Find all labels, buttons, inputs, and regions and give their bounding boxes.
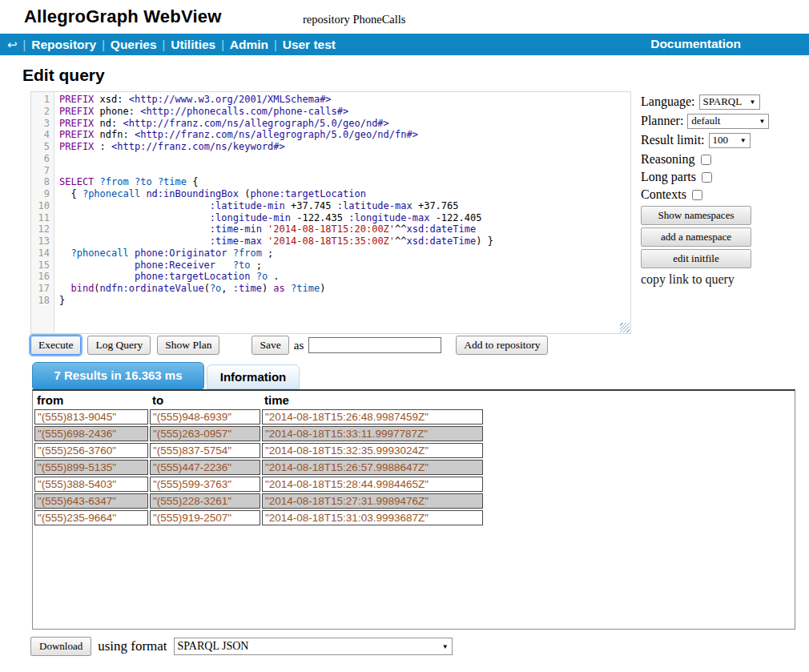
tab-results[interactable]: 7 Results in 16.363 ms: [32, 362, 204, 389]
nav-item-admin[interactable]: Admin: [230, 38, 268, 52]
download-button[interactable]: Download: [30, 637, 91, 656]
show-plan-button[interactable]: Show Plan: [157, 336, 219, 355]
code-line[interactable]: phone:targetLocation ?o .: [59, 271, 630, 283]
format-value: SPARQL JSON: [178, 640, 249, 653]
edit-initfile-button[interactable]: edit initfile: [641, 249, 751, 268]
query-options-panel: Language: SPARQL ▼ Planner: default ▼ Re…: [641, 93, 801, 287]
table-cell: "(555)813-9045": [34, 409, 148, 425]
table-cell: "(555)643-6347": [34, 493, 148, 509]
line-number: 8: [31, 176, 54, 188]
table-row[interactable]: "(555)235-9664""(555)919-2507""2014-08-1…: [34, 510, 483, 525]
nav-separator: |: [274, 38, 277, 51]
add-to-repository-button[interactable]: Add to repository: [456, 336, 548, 355]
nav-items: |Repository|Queries|Utilities|Admin|User…: [18, 38, 336, 52]
actions-row: Execute Log Query Show Plan Save as Add …: [30, 336, 548, 355]
results-body: "(555)813-9045""(555)948-6939""2014-08-1…: [34, 409, 483, 525]
code-line[interactable]: [59, 153, 630, 165]
reasoning-checkbox[interactable]: [701, 155, 711, 165]
resize-grip-icon[interactable]: [620, 323, 630, 332]
contexts-row: Contexts: [641, 186, 801, 203]
nav-item-queries[interactable]: Queries: [111, 38, 157, 52]
copy-link-to-query[interactable]: copy link to query: [641, 272, 801, 287]
result-limit-select[interactable]: 100 ▼: [709, 133, 751, 148]
table-cell: "(555)837-5754": [150, 443, 260, 458]
query-editor[interactable]: 123456789101112131415161718 PREFIX xsd: …: [30, 91, 631, 334]
long-parts-label: Long parts: [641, 170, 696, 184]
save-as-label: as: [294, 339, 304, 352]
table-cell: "(555)263-0957": [150, 426, 260, 441]
execute-button[interactable]: Execute: [30, 336, 81, 355]
code-line[interactable]: PREFIX : <http://franz.com/ns/keyword#>: [59, 141, 630, 153]
long-parts-checkbox[interactable]: [702, 172, 712, 183]
result-limit-value: 100: [713, 134, 729, 147]
code-line[interactable]: :time-min '2014-08-18T15:20:00Z'^^xsd:da…: [59, 223, 630, 235]
table-row[interactable]: "(555)256-3760""(555)837-5754""2014-08-1…: [34, 443, 483, 458]
table-row[interactable]: "(555)813-9045""(555)948-6939""2014-08-1…: [34, 409, 483, 425]
column-header-from[interactable]: from: [34, 392, 148, 408]
nav-item-repository[interactable]: Repository: [31, 38, 96, 52]
chevron-down-icon: ▼: [750, 99, 756, 106]
line-number: 11: [31, 212, 54, 224]
results-table: fromtotime "(555)813-9045""(555)948-6939…: [33, 391, 485, 527]
log-query-button[interactable]: Log Query: [87, 336, 151, 355]
table-cell: "(555)599-3763": [150, 477, 260, 492]
code-line[interactable]: { ?phonecall nd:inBoundingBox (phone:tar…: [59, 188, 630, 200]
back-icon[interactable]: ↩: [7, 38, 18, 50]
code-line[interactable]: :latitude-min +37.745 :latitude-max +37.…: [59, 200, 630, 212]
reasoning-label: Reasoning: [641, 152, 695, 167]
save-button[interactable]: Save: [252, 336, 288, 355]
column-header-time[interactable]: time: [262, 392, 483, 408]
code-line[interactable]: :time-max '2014-08-18T15:35:00Z'^^xsd:da…: [59, 235, 630, 247]
line-number: 3: [31, 118, 54, 130]
page-title: Edit query: [22, 66, 105, 85]
table-row[interactable]: "(555)388-5403""(555)599-3763""2014-08-1…: [34, 477, 483, 492]
save-name-input[interactable]: [308, 337, 441, 353]
add-a-namespace-button[interactable]: add a namespace: [641, 227, 751, 247]
code-line[interactable]: bind(ndfn:ordinateValue(?o, :time) as ?t…: [59, 283, 630, 295]
nav-item-utilities[interactable]: Utilities: [171, 38, 215, 52]
planner-label: Planner:: [641, 114, 683, 128]
language-select[interactable]: SPARQL ▼: [699, 95, 760, 110]
namespace-buttons: Show namespacesadd a namespaceedit initf…: [641, 206, 801, 268]
editor-gutter: 123456789101112131415161718: [31, 92, 54, 333]
table-cell: "(555)447-2236": [150, 460, 260, 475]
table-cell: "(555)948-6939": [150, 409, 260, 425]
code-line[interactable]: }: [59, 295, 630, 307]
show-namespaces-button[interactable]: Show namespaces: [641, 206, 751, 225]
header: AllegroGraph WebView repository PhoneCal…: [0, 0, 809, 34]
code-line[interactable]: :longitude-min -122.435 :longitude-max -…: [59, 212, 630, 224]
contexts-checkbox[interactable]: [692, 190, 702, 200]
code-line[interactable]: ?phonecall phone:Originator ?from ;: [59, 247, 630, 260]
line-number: 1: [31, 94, 54, 106]
chevron-down-icon: ▼: [740, 137, 747, 144]
editor-code[interactable]: PREFIX xsd: <http://www.w3.org/2001/XMLS…: [55, 92, 630, 333]
table-cell: "2014-08-18T15:28:44.9984465Z": [262, 477, 483, 492]
nav-item-documentation[interactable]: Documentation: [650, 37, 741, 51]
code-line[interactable]: PREFIX ndfn: <http://franz.com/ns/allegr…: [59, 129, 630, 141]
repository-label: repository PhoneCalls: [303, 13, 405, 26]
code-line[interactable]: PREFIX nd: <http://franz.com/ns/allegrog…: [59, 118, 630, 130]
planner-select[interactable]: default ▼: [687, 114, 769, 129]
option-checkboxes: ReasoningLong partsContexts: [641, 151, 801, 203]
column-header-to[interactable]: to: [150, 392, 260, 408]
table-cell: "(555)899-5135": [34, 460, 148, 475]
table-cell: "(555)235-9664": [34, 510, 148, 525]
download-row: Download using format SPARQL JSON ▼: [30, 637, 453, 656]
nav-separator: |: [102, 38, 105, 51]
table-cell: "2014-08-18T15:32:35.9993024Z": [262, 443, 483, 458]
table-row[interactable]: "(555)698-2436""(555)263-0957""2014-08-1…: [34, 426, 483, 441]
table-cell: "2014-08-18T15:27:31.9989476Z": [262, 493, 483, 509]
line-number: 7: [31, 165, 54, 177]
code-line[interactable]: SELECT ?from ?to ?time {: [59, 176, 630, 188]
table-row[interactable]: "(555)643-6347""(555)228-3261""2014-08-1…: [34, 493, 483, 509]
format-select[interactable]: SPARQL JSON ▼: [174, 638, 453, 655]
code-line[interactable]: phone:Receiver ?to ;: [59, 260, 630, 272]
tab-information[interactable]: Information: [207, 364, 300, 389]
code-line[interactable]: PREFIX xsd: <http://www.w3.org/2001/XMLS…: [59, 94, 630, 106]
table-row[interactable]: "(555)899-5135""(555)447-2236""2014-08-1…: [34, 460, 483, 475]
app-title: AllegroGraph WebView: [24, 6, 221, 27]
language-row: Language: SPARQL ▼: [641, 93, 801, 111]
code-line[interactable]: PREFIX phone: <http://phonecalls.com/pho…: [59, 106, 630, 118]
code-line[interactable]: [59, 165, 630, 177]
nav-item-user-test[interactable]: User test: [283, 38, 336, 52]
